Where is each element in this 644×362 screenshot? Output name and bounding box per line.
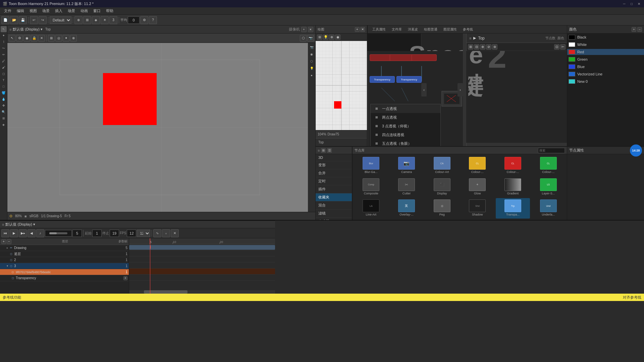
tab-onion[interactable]: 洋葱皮 (405, 26, 421, 33)
cat-transform[interactable]: 变形 (316, 161, 352, 169)
cat-blend[interactable]: 混合 (316, 201, 352, 209)
vp-tool-select[interactable]: ↖ (9, 35, 15, 42)
menu-window[interactable]: 窗口 (91, 8, 103, 14)
scene-tb-4[interactable]: ⊘ (486, 44, 491, 50)
toolbar-3d[interactable]: 3 (109, 16, 117, 24)
toolbar-grid[interactable]: ⊞ (83, 16, 91, 24)
color-black[interactable]: Black (567, 34, 644, 40)
toolbar-save[interactable]: 💾 (19, 16, 27, 24)
tool-misc[interactable]: ◈ (1, 122, 7, 128)
tool-brush[interactable]: 🖌 (1, 64, 7, 70)
tool-arrow[interactable]: ✦ (1, 33, 7, 39)
node-camera[interactable]: 📷 Camera (389, 156, 424, 176)
left-nav-btn[interactable]: ‹ (421, 83, 427, 97)
persp-one-point[interactable]: ⊠ 一点透视 (371, 104, 440, 113)
vp-tool-3d-view[interactable]: ⬡ (300, 35, 307, 42)
transport-scrubber[interactable] (45, 230, 72, 237)
node-transpa[interactable]: Trp Transpa... (496, 198, 530, 219)
vp-tool-cam[interactable]: 📷 (307, 35, 314, 42)
node-editor-h-scroll[interactable] (466, 143, 567, 146)
node-editor-v-scroll[interactable] (463, 34, 466, 146)
node-shadow[interactable]: Shd Shadow (460, 198, 495, 219)
tab-guides[interactable]: 参考线 (460, 26, 476, 33)
tool-eyedrop[interactable]: 💧 (1, 96, 7, 102)
node-blur-ga[interactable]: Blur Blur-Ga... (354, 156, 388, 176)
tl-prev-frame[interactable]: ◀ (28, 229, 36, 237)
node-colour-red[interactable]: CL Colour-... (496, 156, 530, 176)
tl-key[interactable]: ⬦ (162, 229, 170, 237)
fps-select[interactable]: 12 (137, 230, 150, 237)
node-colour-green[interactable]: CL Colour-... (531, 156, 566, 176)
tool-contour[interactable]: ⌇ (1, 39, 7, 45)
menu-scene[interactable]: 场景 (40, 8, 52, 14)
vp-tool-grid[interactable]: ⊞ (48, 35, 55, 42)
end-frame-input[interactable] (110, 230, 119, 237)
start-frame-input[interactable] (92, 230, 102, 237)
menu-file[interactable]: 文件 (1, 8, 14, 14)
layer-3[interactable]: ▾ ◻ 3 1 (0, 263, 129, 269)
tab-tool-props[interactable]: 工具属性 (370, 26, 388, 33)
vp-tool-x[interactable]: ✕ (38, 35, 45, 42)
tool-pen[interactable]: 🖊 (1, 58, 7, 64)
red-square[interactable] (103, 73, 157, 125)
scene-tb-2[interactable]: ⊟ (474, 44, 479, 50)
right-nav-btn[interactable]: › (458, 83, 463, 97)
color-green[interactable]: Green (567, 56, 644, 62)
tab-draw-normal[interactable]: 绘图普通 (421, 26, 440, 33)
node-display[interactable]: ⬛ Display (425, 177, 459, 197)
timeline-display[interactable]: 默认值 (Display) ▾ (5, 222, 35, 227)
toolbar-new[interactable]: 📄 (1, 16, 9, 24)
scene-tb-5[interactable]: ⊛ (492, 44, 497, 50)
vp-tool-light2[interactable]: ✦ (63, 35, 69, 42)
viewport-canvas[interactable]: 📷 ◉ ⬡ 💡 ● (7, 43, 315, 212)
tool-smooth[interactable]: 〜 (1, 45, 7, 51)
cat-favorites[interactable]: 收藏夹 (316, 193, 352, 201)
cat-plugin[interactable]: 插件 (316, 185, 352, 193)
toolbar-snap[interactable]: ⊕ (74, 16, 83, 24)
layer-add-child[interactable]: + (123, 276, 127, 280)
node-colour-yellow[interactable]: CL Colour-... (460, 156, 495, 176)
menu-insert[interactable]: 插入 (52, 8, 65, 14)
vp-tool-render[interactable]: ◉ (23, 35, 30, 42)
toolbar-open[interactable]: 📂 (10, 16, 18, 24)
tab-layer-props[interactable]: 图层属性 (441, 26, 460, 33)
layer-2[interactable]: ▸ ◻ 2 1 (0, 257, 129, 263)
cat-3d[interactable]: 3D (316, 154, 352, 161)
scene-tb-6[interactable]: ⊡ (554, 44, 559, 50)
timeline-tracks[interactable]: 5 10 20 (129, 238, 275, 294)
menu-view[interactable]: 视图 (27, 8, 40, 14)
vp-tool-lock[interactable]: 🔒 (31, 35, 38, 42)
picker-grid-btn[interactable]: ⊞ (321, 148, 326, 153)
persp-four-point[interactable]: ⊠ 四点连续透视 (371, 130, 440, 139)
current-frame-input[interactable] (72, 230, 82, 237)
node-box-3[interactable] (412, 54, 437, 61)
close-button[interactable]: ✕ (637, 1, 641, 6)
node-composite[interactable]: Comp Composite (354, 177, 388, 197)
toolbar-redo[interactable]: ↪ (39, 16, 47, 24)
tl-curve[interactable]: ∿ (153, 229, 161, 237)
layer-transparency[interactable]: ◻ Transparency + (0, 275, 129, 281)
node-glow[interactable]: ✦ Glow (460, 177, 495, 197)
graph-close-btn[interactable]: ✕ (360, 27, 365, 32)
layer-remove-btn[interactable]: − (7, 239, 11, 244)
viewport-settings-icon[interactable]: ⊙ (9, 214, 12, 218)
vp-tool-snap[interactable]: ⊕ (70, 35, 77, 42)
display-dropdown[interactable]: 默认值 (Display) ▾ (13, 27, 43, 32)
tool-move[interactable]: ✥ (1, 103, 7, 109)
toolbar-settings[interactable]: ⚙ (140, 16, 148, 24)
node-peg[interactable]: ⊕ Peg (425, 198, 459, 219)
cat-filter[interactable]: 滤镜 (316, 209, 352, 218)
persp-two-point[interactable]: ⊠ 两点透视 (371, 113, 440, 122)
tl-sound[interactable]: ♪ (36, 229, 44, 237)
color-blue[interactable]: Blue (567, 64, 644, 70)
fps-input[interactable] (127, 230, 136, 237)
vp-tool-onion[interactable]: ◎ (55, 35, 62, 42)
node-lib-search[interactable] (538, 148, 565, 153)
color-vectorized[interactable]: Vectorized Line (567, 71, 644, 77)
layer-drawing[interactable]: ▸ ✏ Drawing 5 (0, 245, 129, 251)
node-box-2[interactable] (390, 54, 415, 61)
tl-skip-start[interactable]: ⏮ (1, 229, 9, 237)
menu-edit[interactable]: 编辑 (14, 8, 27, 14)
toolbar-info[interactable]: ? (149, 16, 157, 24)
tl-erase[interactable]: ✕ (171, 229, 179, 237)
